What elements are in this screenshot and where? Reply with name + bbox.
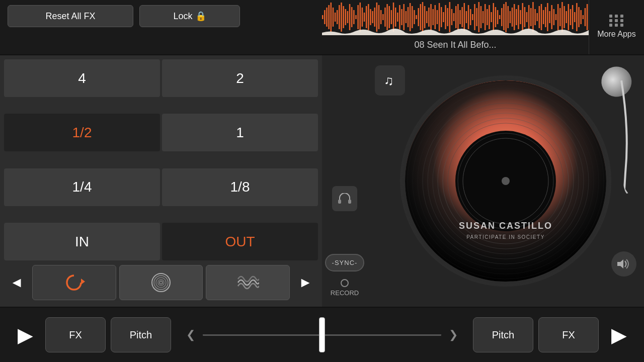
pitch-slider-track[interactable] [203, 334, 441, 336]
loop-btn-quarter[interactable]: 1/4 [4, 168, 160, 206]
svg-point-131 [152, 274, 170, 292]
play-right-button[interactable]: ▶ [604, 323, 634, 346]
loop-btn-2[interactable]: 2 [162, 59, 318, 97]
svg-rect-42 [406, 11, 407, 23]
svg-rect-65 [453, 13, 454, 21]
svg-rect-36 [393, 3, 394, 32]
svg-rect-23 [366, 6, 367, 28]
in-button[interactable]: IN [4, 223, 160, 260]
pitch-right-button[interactable]: Pitch [473, 317, 533, 352]
svg-rect-73 [470, 9, 471, 25]
record-dot[interactable] [341, 279, 349, 287]
svg-rect-119 [566, 11, 567, 23]
svg-rect-94 [514, 4, 515, 30]
svg-rect-127 [583, 15, 584, 19]
out-button[interactable]: OUT [162, 223, 318, 260]
svg-rect-81 [487, 9, 488, 25]
volume-icon [617, 258, 630, 269]
svg-rect-4 [326, 8, 327, 27]
slider-right-arrow[interactable]: ❯ [449, 328, 458, 341]
svg-rect-33 [386, 4, 387, 30]
svg-rect-45 [412, 6, 413, 28]
volume-button[interactable] [611, 251, 636, 277]
svg-rect-93 [512, 8, 513, 27]
svg-rect-14 [347, 11, 348, 23]
waves-button[interactable] [206, 265, 290, 300]
play-left-icon: ▶ [18, 324, 33, 346]
slider-left-arrow[interactable]: ❮ [186, 328, 195, 341]
svg-rect-91 [508, 6, 509, 28]
record-grooves-svg: SUSAN CASTILLO PARTICIPATE IN SOCIETY [405, 80, 606, 282]
svg-rect-129 [587, 4, 588, 30]
svg-rect-128 [585, 8, 586, 26]
record-label: RECORD [331, 289, 359, 297]
svg-rect-28 [376, 3, 377, 32]
svg-rect-113 [553, 9, 554, 25]
svg-rect-137 [348, 200, 351, 204]
svg-rect-25 [370, 9, 371, 25]
svg-rect-8 [335, 13, 336, 22]
bottom-bar: ▶ FX Pitch ❮ ❯ Pitch FX ▶ [0, 307, 644, 362]
waveform-svg: // This SVG content is static representa… [322, 0, 589, 35]
loop-btn-4[interactable]: 4 [4, 59, 160, 97]
reset-fx-button[interactable]: Reset All FX [8, 5, 133, 27]
svg-rect-84 [493, 3, 494, 31]
svg-rect-136 [338, 200, 341, 204]
svg-rect-68 [459, 10, 460, 24]
next-button[interactable]: ► [293, 275, 318, 291]
svg-rect-80 [485, 4, 486, 30]
loop-btn-1[interactable]: 1 [162, 114, 318, 151]
svg-rect-19 [357, 5, 358, 29]
svg-rect-9 [337, 10, 338, 24]
svg-rect-72 [468, 5, 469, 29]
svg-rect-10 [339, 5, 340, 29]
more-apps-button[interactable]: More Apps [589, 0, 644, 54]
svg-rect-53 [428, 8, 429, 27]
svg-rect-88 [501, 8, 502, 26]
loop-btn-eighth[interactable]: 1/8 [162, 168, 318, 206]
svg-rect-86 [497, 10, 498, 24]
turntable-container: SUSAN CASTILLO PARTICIPATE IN SOCIETY [390, 65, 621, 297]
fx-right-button[interactable]: FX [538, 317, 599, 352]
svg-rect-107 [541, 4, 542, 30]
pitch-slider-handle[interactable] [319, 317, 325, 352]
svg-rect-5 [328, 5, 329, 29]
headphone-button[interactable] [332, 186, 357, 211]
svg-rect-56 [435, 5, 436, 29]
svg-rect-69 [461, 7, 462, 27]
svg-rect-118 [564, 6, 565, 28]
svg-rect-122 [572, 5, 573, 29]
top-left-controls: Reset All FX Lock 🔒 [0, 0, 322, 54]
pitch-left-button[interactable]: Pitch [111, 317, 171, 352]
svg-rect-30 [380, 10, 381, 24]
lock-button[interactable]: Lock 🔒 [139, 5, 240, 27]
svg-rect-67 [457, 4, 458, 30]
prev-button[interactable]: ◄ [4, 275, 29, 291]
svg-rect-120 [568, 4, 569, 30]
loop-btn-half[interactable]: 1/2 [4, 114, 160, 151]
svg-rect-71 [466, 11, 467, 23]
play-left-button[interactable]: ▶ [10, 323, 40, 346]
svg-rect-89 [503, 4, 504, 30]
svg-rect-123 [574, 12, 575, 22]
more-apps-icon [609, 15, 624, 27]
svg-rect-49 [420, 4, 421, 30]
svg-rect-126 [580, 10, 581, 24]
replay-button[interactable] [32, 265, 116, 300]
svg-rect-77 [478, 2, 479, 32]
svg-rect-55 [432, 9, 433, 25]
fx-left-button[interactable]: FX [45, 317, 106, 352]
svg-rect-82 [489, 5, 490, 29]
svg-rect-15 [349, 4, 350, 30]
vinyl-button[interactable] [119, 265, 203, 300]
svg-marker-155 [617, 259, 623, 268]
next-arrow-icon: ► [298, 275, 312, 290]
svg-text:PARTICIPATE IN SOCIETY: PARTICIPATE IN SOCIETY [466, 234, 545, 240]
svg-rect-41 [403, 4, 404, 30]
sync-button[interactable]: -SYNC- [325, 254, 365, 272]
center-controls: -SYNC- RECORD [322, 55, 367, 307]
svg-rect-17 [353, 10, 354, 24]
svg-rect-106 [539, 6, 540, 28]
prev-arrow-icon: ◄ [10, 275, 24, 290]
svg-rect-97 [520, 10, 521, 24]
